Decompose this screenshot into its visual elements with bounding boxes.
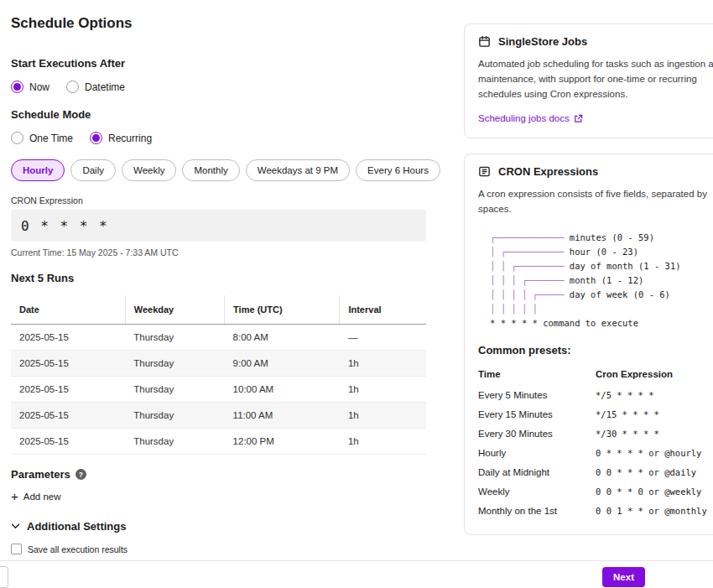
column-header-date: Date <box>11 295 125 325</box>
preset-expression: 0 * * * * or @hourly <box>596 445 713 464</box>
next-runs-table: Date Weekday Time (UTC) Interval 2025-05… <box>11 295 426 455</box>
preset-pill-group: Hourly Daily Weekly Monthly Weekdays at … <box>11 159 426 181</box>
checkbox-save-results-label: Save all execution results <box>28 544 128 554</box>
jobs-card-header: SingleStore Jobs <box>478 35 713 48</box>
additional-settings-toggle[interactable]: Additional Settings <box>11 520 426 533</box>
preset-pill-weekdays-9pm[interactable]: Weekdays at 9 PM <box>246 159 350 181</box>
cell-interval: — <box>340 325 426 351</box>
cell-weekday: Thursday <box>125 351 224 377</box>
cron-card-title: CRON Expressions <box>498 165 598 178</box>
radio-datetime-label: Datetime <box>85 81 125 93</box>
column-header-time: Time (UTC) <box>225 295 340 325</box>
radio-recurring[interactable]: Recurring <box>90 132 152 144</box>
external-link-icon <box>574 114 583 123</box>
preset-expression: */15 * * * * <box>596 406 713 425</box>
preset-pill-hourly[interactable]: Hourly <box>11 159 65 181</box>
plus-icon: + <box>11 492 18 501</box>
help-icon[interactable]: ? <box>75 469 86 480</box>
preset-time: Monthly on the 1st <box>478 502 596 522</box>
additional-settings-label: Additional Settings <box>27 520 126 533</box>
jobs-card-title: SingleStore Jobs <box>498 35 587 48</box>
singlestore-jobs-card: SingleStore Jobs Automated job schedulin… <box>464 23 713 138</box>
partially-visible-button[interactable] <box>0 566 8 588</box>
cron-card-description: A cron expression consists of five field… <box>478 187 713 217</box>
start-executions-radio-group: Now Datetime <box>11 81 426 93</box>
jobs-card-description: Automated job scheduling for tasks such … <box>478 57 713 101</box>
table-row: 2025-05-15 Thursday 11:00 AM 1h <box>11 403 426 429</box>
scheduling-docs-link-label: Scheduling jobs docs <box>478 113 570 123</box>
cron-expression-label: CRON Expression <box>11 195 426 206</box>
radio-datetime-icon <box>66 81 79 93</box>
calendar-icon <box>478 35 491 48</box>
cron-card-header: CRON Expressions <box>478 165 713 178</box>
cell-date: 2025-05-15 <box>11 351 125 377</box>
preset-time: Every 15 Minutes <box>478 406 596 425</box>
presets-header-row: Time Cron Expression <box>478 367 713 387</box>
preset-time: Hourly <box>478 445 596 464</box>
schedule-mode-heading: Schedule Mode <box>11 108 426 121</box>
cell-date: 2025-05-15 <box>11 429 125 455</box>
add-new-label: Add new <box>23 492 61 502</box>
list-item: Every 30 Minutes */30 * * * * <box>478 425 713 445</box>
column-header-weekday: Weekday <box>125 295 224 325</box>
cell-time: 11:00 AM <box>225 403 340 429</box>
chevron-down-icon <box>11 523 20 529</box>
next-button[interactable]: Next <box>602 567 645 587</box>
checkbox-save-results[interactable]: Save all execution results <box>11 544 426 554</box>
cron-presets-table: Time Cron Expression Every 5 Minutes */5… <box>478 367 713 522</box>
table-row: 2025-05-15 Thursday 12:00 PM 1h <box>11 429 426 455</box>
table-row: 2025-05-15 Thursday 10:00 AM 1h <box>11 377 426 403</box>
preset-pill-every-6-hours[interactable]: Every 6 Hours <box>356 159 440 181</box>
cell-time: 9:00 AM <box>225 351 340 377</box>
cell-date: 2025-05-15 <box>11 325 125 351</box>
left-column: Schedule Options Start Executions After … <box>11 15 426 580</box>
cell-date: 2025-05-15 <box>11 403 125 429</box>
table-row: 2025-05-15 Thursday 8:00 AM — <box>11 325 426 351</box>
cell-interval: 1h <box>340 403 426 429</box>
cell-weekday: Thursday <box>125 377 224 403</box>
preset-pill-monthly[interactable]: Monthly <box>182 159 239 181</box>
list-item: Every 15 Minutes */15 * * * * <box>478 406 713 425</box>
radio-one-time[interactable]: One Time <box>11 132 73 144</box>
radio-datetime[interactable]: Datetime <box>66 81 125 93</box>
cron-expression-input[interactable]: 0 * * * * <box>11 210 426 242</box>
cron-fields-diagram: ┌───────────── │ ┌─────────── │ │ ┌─────… <box>478 226 713 341</box>
common-presets-heading: Common presets: <box>478 344 713 356</box>
preset-expression: */30 * * * * <box>596 425 713 445</box>
list-item: Daily at Midnight 0 0 * * * or @daily <box>478 464 713 483</box>
radio-one-time-icon <box>11 132 23 144</box>
cell-interval: 1h <box>340 351 426 377</box>
radio-recurring-label: Recurring <box>108 133 152 144</box>
radio-recurring-icon <box>90 132 102 144</box>
cell-time: 10:00 AM <box>225 377 340 403</box>
presets-column-time: Time <box>478 367 596 387</box>
parameters-heading: Parameters <box>11 468 70 481</box>
start-executions-heading: Start Executions After <box>11 57 426 70</box>
cell-weekday: Thursday <box>125 325 224 351</box>
footer-bar: Next <box>0 560 713 588</box>
cron-icon <box>478 165 491 178</box>
current-time-text: Current Time: 15 May 2025 - 7:33 AM UTC <box>11 247 426 258</box>
cron-expressions-card: CRON Expressions A cron expression consi… <box>464 154 713 535</box>
next-runs-heading: Next 5 Runs <box>11 272 426 284</box>
add-new-parameter-button[interactable]: + Add new <box>11 492 61 502</box>
scheduling-docs-link[interactable]: Scheduling jobs docs <box>478 113 583 123</box>
right-column: SingleStore Jobs Automated job schedulin… <box>464 23 713 535</box>
cell-weekday: Thursday <box>125 429 224 455</box>
cell-time: 12:00 PM <box>225 429 340 455</box>
table-row: 2025-05-15 Thursday 9:00 AM 1h <box>11 351 426 377</box>
radio-now-label: Now <box>29 81 49 93</box>
cell-time: 8:00 AM <box>225 325 340 351</box>
cell-weekday: Thursday <box>125 403 224 429</box>
radio-now[interactable]: Now <box>11 81 49 93</box>
preset-expression: 0 0 1 * * or @monthly <box>596 502 713 522</box>
list-item: Monthly on the 1st 0 0 1 * * or @monthly <box>478 502 713 522</box>
list-item: Every 5 Minutes */5 * * * * <box>478 387 713 406</box>
presets-column-expression: Cron Expression <box>596 367 713 387</box>
schedule-options-page: Schedule Options Start Executions After … <box>0 0 713 588</box>
column-header-interval: Interval <box>340 295 426 325</box>
cell-interval: 1h <box>340 377 426 403</box>
preset-pill-daily[interactable]: Daily <box>70 159 116 181</box>
preset-time: Every 30 Minutes <box>478 425 596 445</box>
preset-pill-weekly[interactable]: Weekly <box>122 159 177 181</box>
